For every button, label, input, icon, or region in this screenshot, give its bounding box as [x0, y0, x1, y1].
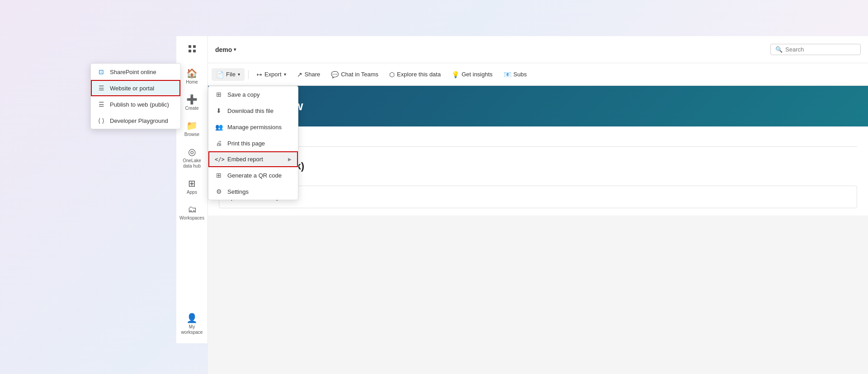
spend-section-title: Spend amount by Date — [226, 193, 849, 201]
sidebar-item-workspaces-label: Workspaces — [179, 215, 204, 221]
download-icon: ⬇ — [215, 107, 223, 114]
export-chevron: ▾ — [284, 72, 286, 77]
search-input[interactable] — [785, 46, 856, 53]
svg-rect-2 — [189, 50, 191, 52]
download-label: Download this file — [227, 108, 274, 114]
chat-teams-button[interactable]: 💬 Chat in Teams — [326, 68, 383, 81]
file-menu-button[interactable]: 📄 File ▾ — [212, 68, 245, 81]
explore-label: Explore this data — [397, 71, 441, 78]
export-icon: ↦ — [257, 71, 262, 78]
website-portal-item[interactable]: ☰ Website or portal — [91, 80, 180, 96]
get-insights-button[interactable]: 💡 Get insights — [447, 68, 497, 81]
manage-permissions-item[interactable]: 👥 Manage permissions — [208, 119, 298, 135]
print-item[interactable]: 🖨 Print this page — [208, 135, 298, 151]
developer-playground-item[interactable]: ⟨⟩ Developer Playground — [91, 112, 180, 129]
sidebar-item-apps[interactable]: ⊞ Apps — [179, 174, 206, 199]
chat-label: Chat in Teams — [341, 71, 378, 78]
publish-label: Publish to web (public) — [110, 101, 169, 108]
sidebar-item-create-label: Create — [185, 106, 198, 111]
save-copy-item[interactable]: ⊞ Save a copy — [208, 86, 298, 103]
export-button[interactable]: ↦ Export ▾ — [252, 68, 291, 81]
qr-label: Generate a QR code — [227, 172, 282, 179]
manage-label: Manage permissions — [227, 124, 282, 131]
print-icon: 🖨 — [215, 140, 223, 147]
sidebar-item-myworkspace-label: My workspace — [180, 324, 204, 335]
download-item[interactable]: ⬇ Download this file — [208, 103, 298, 119]
save-copy-icon: ⊞ — [215, 91, 223, 98]
sidebar-item-onelake[interactable]: ◎ OneLake data hub — [179, 143, 206, 173]
subs-label: Subs — [514, 71, 527, 78]
website-icon: ☰ — [97, 84, 105, 92]
publish-icon: ☰ — [97, 101, 105, 108]
browse-icon: 📁 — [186, 120, 198, 131]
search-box[interactable]: 🔍 — [770, 44, 861, 55]
qr-icon: ⊞ — [215, 172, 223, 179]
embed-icon: </> — [215, 156, 223, 163]
report-subtitle: Ads overview — [219, 134, 857, 147]
sharepoint-icon: ⊡ — [97, 68, 105, 75]
export-label: Export — [264, 71, 282, 78]
sidebar-item-browse[interactable]: 📁 Browse — [179, 117, 206, 141]
share-label: Share — [305, 71, 321, 78]
onelake-icon: ◎ — [188, 146, 196, 157]
apps-grid-icon[interactable] — [184, 41, 200, 57]
embed-report-item[interactable]: </> Embed report ▶ — [208, 151, 298, 167]
spend-section: Spend amount by Date — [219, 186, 857, 208]
save-copy-label: Save a copy — [227, 91, 260, 98]
insights-label: Get insights — [462, 71, 493, 78]
sharepoint-item[interactable]: ⊡ SharePoint online — [91, 64, 180, 80]
sidebar: 🏠 Home ➕ Create 📁 Browse ◎ OneLake data … — [176, 36, 208, 343]
sidebar-item-workspaces[interactable]: 🗂 Workspaces — [179, 201, 206, 224]
insights-icon: 💡 — [452, 71, 459, 78]
myworkspace-icon: 👤 — [186, 313, 198, 323]
topbar: demo ▾ 🔍 — [208, 36, 868, 63]
workspaces-icon: 🗂 — [188, 204, 197, 215]
website-label: Website or portal — [110, 85, 154, 92]
ribbon-separator-1 — [248, 70, 249, 79]
ribbon: 📄 File ▾ ↦ Export ▾ ↗ Share 💬 Chat in Te… — [208, 63, 868, 86]
file-menu-dropdown: ⊞ Save a copy ⬇ Download this file 👥 Man… — [208, 86, 298, 200]
sidebar-item-apps-label: Apps — [187, 190, 197, 195]
workspace-name: demo — [215, 46, 232, 53]
settings-icon: ⚙ — [215, 188, 223, 195]
home-icon: 🏠 — [186, 68, 198, 79]
publish-web-item[interactable]: ☰ Publish to web (public) — [91, 96, 180, 112]
settings-label: Settings — [227, 188, 249, 195]
svg-rect-3 — [193, 50, 196, 52]
embed-submenu-chevron: ▶ — [288, 157, 292, 162]
explore-data-button[interactable]: ⬡ Explore this data — [385, 68, 445, 81]
developer-icon: ⟨⟩ — [97, 117, 105, 124]
share-icon: ↗ — [297, 71, 302, 78]
sidebar-item-myworkspace[interactable]: 👤 My workspace — [179, 309, 206, 339]
report-header: Ads overview — [208, 86, 868, 126]
developer-label: Developer Playground — [110, 117, 168, 124]
settings-item[interactable]: ⚙ Settings — [208, 183, 298, 200]
explore-icon: ⬡ — [389, 71, 395, 78]
report-area: Ads overview Ads overview Sessions (Blan… — [208, 86, 868, 374]
print-label: Print this page — [227, 140, 265, 147]
sidebar-item-home[interactable]: 🏠 Home — [179, 64, 206, 89]
metrics-row: Sessions (Blank) 0.00% Clicks (Blank) 0.… — [219, 154, 857, 178]
search-icon: 🔍 — [775, 46, 783, 53]
workspace-title[interactable]: demo ▾ — [215, 46, 236, 53]
sidebar-item-home-label: Home — [186, 79, 198, 85]
file-chevron: ▾ — [238, 72, 240, 77]
file-icon: 📄 — [216, 71, 224, 78]
share-button[interactable]: ↗ Share — [292, 68, 325, 81]
subscriptions-button[interactable]: 📧 Subs — [499, 68, 532, 81]
subs-icon: 📧 — [504, 71, 511, 78]
sharepoint-label: SharePoint online — [110, 69, 156, 75]
file-label: File — [226, 71, 236, 78]
sidebar-item-browse-label: Browse — [184, 132, 199, 137]
manage-icon: 👥 — [215, 123, 223, 131]
sidebar-item-create[interactable]: ➕ Create — [179, 90, 206, 115]
sidebar-item-onelake-label: OneLake data hub — [180, 158, 204, 169]
apps-icon: ⊞ — [188, 178, 196, 189]
create-icon: ➕ — [186, 94, 198, 105]
svg-rect-1 — [193, 45, 196, 48]
embed-label: Embed report — [227, 156, 263, 163]
qr-code-item[interactable]: ⊞ Generate a QR code — [208, 167, 298, 183]
teams-icon: 💬 — [331, 71, 339, 78]
report-content: Ads overview Sessions (Blank) 0.00% Clic… — [208, 126, 868, 215]
workspace-chevron: ▾ — [234, 47, 236, 52]
